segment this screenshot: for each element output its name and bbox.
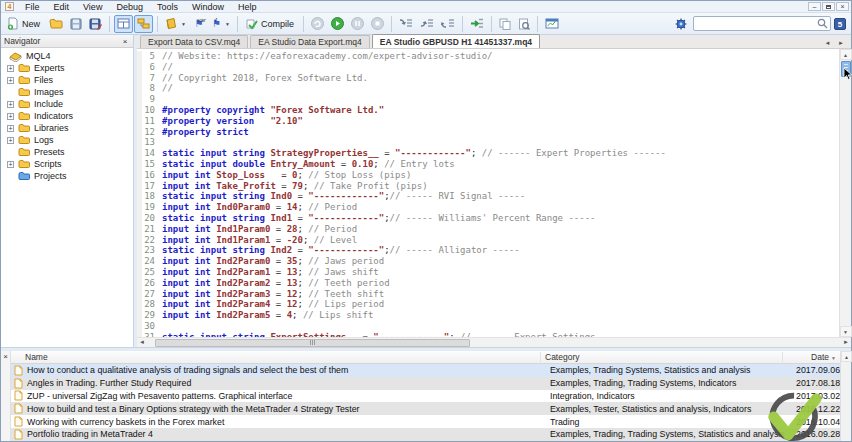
mql5-community-icon[interactable]: 5	[834, 18, 846, 30]
tab-scroll-arrows[interactable]: ◄ ►	[824, 40, 851, 48]
code-line[interactable]: 26input int Ind2Param2 = 13; // Teeth pe…	[137, 278, 839, 289]
save-all-button[interactable]	[86, 15, 105, 33]
toolbox-close-icon[interactable]: ×	[1, 351, 11, 441]
article-row[interactable]: Angles in Trading. Further Study Require…	[11, 377, 840, 390]
run-to-cursor-button[interactable]	[467, 15, 487, 33]
code-line[interactable]: 24input int Ind2Param0 = 35; // Jaws per…	[137, 256, 839, 267]
step-out-button[interactable]	[438, 15, 458, 33]
tree-item-presets[interactable]: Presets	[1, 146, 133, 158]
code-line[interactable]: 11#property version "2.10"	[137, 116, 839, 127]
expand-icon[interactable]: +	[7, 161, 14, 168]
tree-item-files[interactable]: +Files	[1, 74, 133, 86]
code-line[interactable]: 12#property strict	[137, 127, 839, 138]
scroll-up-icon[interactable]: ▲	[841, 351, 852, 362]
editor-horizontal-scrollbar[interactable]: ◄ ►	[137, 337, 851, 347]
menu-edit[interactable]: Edit	[47, 1, 77, 13]
copy-button[interactable]	[496, 15, 514, 33]
editor-vertical-scrollbar[interactable]: ▲ ▼	[839, 49, 851, 337]
insert-variable-button[interactable]: ⚑var	[190, 15, 208, 33]
toolbox-vertical-scrollbar[interactable]: ▲	[840, 351, 851, 441]
scroll-up-icon[interactable]: ▲	[840, 49, 852, 60]
code-line[interactable]: 14static input string StrategyProperties…	[137, 148, 839, 159]
code-line[interactable]: 19input int Ind0Param0 = 14; // Period	[137, 202, 839, 213]
tree-item-include[interactable]: +Include	[1, 98, 133, 110]
menu-view[interactable]: View	[76, 1, 109, 13]
expand-icon[interactable]: +	[7, 137, 14, 144]
print-preview-button[interactable]	[515, 15, 533, 33]
community-settings-button[interactable]	[672, 15, 690, 33]
toggle-navigator-button[interactable]	[134, 15, 153, 33]
article-row[interactable]: Working with currency baskets in the For…	[11, 415, 840, 428]
code-line[interactable]: 22input int Ind1Param1 = -20; // Level	[137, 235, 839, 246]
code-editor[interactable]: 5// Website: https://eaforexacademy.com/…	[137, 49, 839, 337]
editor-tab[interactable]: EA Studio Data Export.mq4	[250, 35, 369, 48]
expand-icon[interactable]: +	[7, 77, 14, 84]
menu-debug[interactable]: Debug	[109, 1, 150, 13]
code-line[interactable]: 20static input string Ind1 = "----------…	[137, 213, 839, 224]
open-terminal-button[interactable]	[542, 15, 562, 33]
code-line[interactable]: 23static input string Ind2 = "----------…	[137, 245, 839, 256]
tree-item-experts[interactable]: +Experts	[1, 62, 133, 74]
code-line[interactable]: 28input int Ind2Param4 = 12; // Lips per…	[137, 299, 839, 310]
debug-restart-button[interactable]	[308, 15, 327, 33]
search-input[interactable]	[693, 16, 831, 31]
code-line[interactable]: 5// Website: https://eaforexacademy.com/…	[137, 51, 839, 62]
debug-pause-button[interactable]	[348, 15, 367, 33]
new-button[interactable]: New	[4, 15, 45, 33]
insert-function-button[interactable]: ⚑f ▼	[209, 15, 233, 33]
tree-root-mql4[interactable]: MQL4	[1, 50, 133, 62]
tree-item-projects[interactable]: Projects	[1, 170, 133, 182]
tree-item-scripts[interactable]: +Scripts	[1, 158, 133, 170]
step-into-button[interactable]	[396, 15, 416, 33]
code-line[interactable]: 16input int Stop_Loss = 0; // Stop Loss …	[137, 170, 839, 181]
code-line[interactable]: 10#property copyright "Forex Software Lt…	[137, 105, 839, 116]
editor-tab[interactable]: EA Studio GBPUSD H1 41451337.mq4	[372, 34, 540, 48]
scroll-right-icon[interactable]: ►	[841, 338, 851, 348]
article-row[interactable]: How to conduct a qualitative analysis of…	[11, 364, 840, 377]
article-row[interactable]: How to build and test a Binary Options s…	[11, 402, 840, 415]
menu-tools[interactable]: Tools	[150, 1, 185, 13]
compile-button[interactable]: Compile	[242, 15, 299, 33]
expand-icon[interactable]: +	[7, 65, 14, 72]
reference-book-button[interactable]: ▼	[162, 15, 189, 33]
code-line[interactable]: 13	[137, 137, 839, 148]
tree-item-libraries[interactable]: +Libraries	[1, 122, 133, 134]
code-line[interactable]: 30	[137, 321, 839, 332]
scroll-left-icon[interactable]: ◄	[137, 338, 147, 348]
debug-start-button[interactable]	[328, 15, 347, 33]
editor-tab[interactable]: Export Data to CSV.mq4	[140, 35, 248, 48]
column-header-category[interactable]: Category	[541, 352, 783, 362]
code-line[interactable]: 29input int Ind2Param5 = 4; // Lips shif…	[137, 310, 839, 321]
code-line[interactable]: 17input int Take_Profit = 79; // Take Pr…	[137, 181, 839, 192]
code-line[interactable]: 7// Copyright 2018, Forex Software Ltd.	[137, 73, 839, 84]
expand-icon[interactable]: +	[7, 125, 14, 132]
code-line[interactable]: 25input int Ind2Param1 = 13; // Jaws shi…	[137, 267, 839, 278]
code-line[interactable]: 18static input string Ind0 = "----------…	[137, 191, 839, 202]
menu-window[interactable]: Window	[185, 1, 231, 13]
code-line[interactable]: 8//	[137, 83, 839, 94]
navigator-close-icon[interactable]: ×	[120, 37, 130, 46]
column-header-date[interactable]: Date▼	[783, 352, 840, 362]
code-line[interactable]: 27input int Ind2Param3 = 12; // Teeth sh…	[137, 289, 839, 300]
tree-item-logs[interactable]: +Logs	[1, 134, 133, 146]
code-line[interactable]: 9	[137, 94, 839, 105]
expand-icon[interactable]: +	[7, 101, 14, 108]
article-row[interactable]: Portfolio trading in MetaTrader 4Example…	[11, 428, 840, 441]
expand-icon[interactable]: +	[7, 113, 14, 120]
open-button[interactable]	[46, 15, 66, 33]
hscrollbar-thumb[interactable]	[155, 339, 470, 347]
menu-help[interactable]: Help	[231, 1, 264, 13]
tree-item-images[interactable]: Images	[1, 86, 133, 98]
search-icon[interactable]	[817, 18, 828, 29]
restore-button[interactable]	[822, 2, 835, 11]
code-line[interactable]: 6//	[137, 62, 839, 73]
code-line[interactable]: 21input int Ind1Param0 = 28; // Period	[137, 224, 839, 235]
code-line[interactable]: 15static input double Entry_Amount = 0.1…	[137, 159, 839, 170]
save-button[interactable]	[67, 15, 85, 33]
scroll-down-icon[interactable]: ▼	[840, 326, 852, 337]
article-row[interactable]: ZUP - universal ZigZag with Pesavento pa…	[11, 390, 840, 403]
toggle-toolbox-button[interactable]	[114, 15, 133, 33]
tree-item-indicators[interactable]: +Indicators	[1, 110, 133, 122]
minimize-button[interactable]: –	[808, 2, 821, 11]
step-over-button[interactable]	[417, 15, 437, 33]
